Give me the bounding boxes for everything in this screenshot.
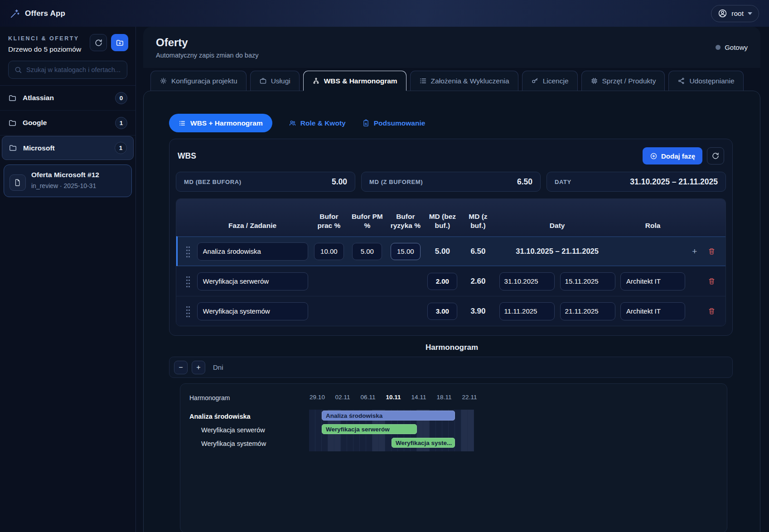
add-phase-button[interactable]: Dodaj fazę bbox=[643, 147, 702, 164]
trash-icon[interactable] bbox=[707, 306, 716, 316]
drag-handle[interactable] bbox=[186, 275, 190, 287]
gantt-tick: 14.11 bbox=[411, 394, 426, 401]
summary-value: 31.10.2025 – 21.11.2025 bbox=[630, 177, 718, 187]
save-status: Gotowy bbox=[716, 44, 748, 51]
table-row-task: 3.90 bbox=[176, 296, 725, 326]
task-md-bez-input[interactable] bbox=[427, 273, 457, 290]
zoom-out-button[interactable]: − bbox=[174, 361, 188, 374]
table-row-phase: 5.00 6.50 31.10.2025 – 21.11.2025 + bbox=[176, 236, 725, 266]
wbs-refresh-button[interactable] bbox=[707, 147, 724, 164]
gantt-bar-weryfikacja-systemow[interactable]: Weryfikacja syste... bbox=[392, 438, 455, 448]
sidebar-item-atlassian[interactable]: Atlassian 0 bbox=[0, 86, 135, 111]
tab-uslugi[interactable]: Usługi bbox=[250, 71, 300, 91]
chevron-down-icon bbox=[748, 12, 752, 15]
task-name-input[interactable] bbox=[197, 272, 308, 290]
folder-plus-icon bbox=[116, 39, 124, 47]
sidebar: KLIENCI & OFERTY Drzewo do 5 poziomów bbox=[0, 27, 136, 532]
task-start-date-input[interactable] bbox=[499, 272, 555, 290]
share-icon bbox=[677, 77, 685, 85]
gantt-bar-weryfikacja-serwerow[interactable]: Weryfikacja serwerów bbox=[322, 424, 417, 434]
sidebar-item-google[interactable]: Google 1 bbox=[0, 111, 135, 135]
bufor-prac-input[interactable] bbox=[314, 243, 344, 260]
task-md-bez-input[interactable] bbox=[427, 303, 457, 320]
phase-md-z: 6.50 bbox=[462, 247, 494, 256]
sidebar-item-microsoft[interactable]: Microsoft 1 bbox=[2, 136, 134, 160]
trash-icon[interactable] bbox=[707, 276, 716, 286]
schedule-title: Harmonogram bbox=[144, 343, 760, 352]
offer-meta: in_review · 2025-10-31 bbox=[31, 181, 99, 190]
task-end-date-input[interactable] bbox=[560, 272, 615, 290]
summary-label: MD (Z BUFOREM) bbox=[369, 179, 423, 185]
clipboard-icon bbox=[362, 119, 370, 127]
gantt-panel: Harmonogram 29.1002.1106.1110.1114.1118.… bbox=[180, 383, 727, 532]
subtab-wbs-harmonogram[interactable]: WBS + Harmonogram bbox=[169, 114, 272, 132]
tab-licencje[interactable]: Licencje bbox=[522, 71, 578, 91]
add-folder-button[interactable] bbox=[111, 34, 128, 51]
col-header-md-z: MD (z buf.) bbox=[462, 212, 494, 230]
tab-wbs-harmonogram[interactable]: WBS & Harmonogram bbox=[303, 71, 406, 91]
tab-label: Udostępnianie bbox=[689, 77, 734, 85]
search-icon bbox=[14, 66, 22, 74]
sidebar-search bbox=[8, 61, 127, 79]
zoom-in-button[interactable]: + bbox=[192, 361, 205, 374]
gantt-tick: 22.11 bbox=[462, 394, 477, 401]
task-role-input[interactable] bbox=[620, 302, 685, 320]
wbs-table: Faza / Zadanie Bufor prac % Bufor PM % B… bbox=[176, 198, 726, 326]
folder-name: Atlassian bbox=[23, 94, 54, 102]
drag-handle[interactable] bbox=[186, 245, 190, 257]
phase-name-input[interactable] bbox=[197, 242, 308, 261]
gantt-tick: 10.11 bbox=[386, 394, 401, 401]
unit-label: Dni bbox=[213, 363, 223, 371]
tab-sprzet-produkty[interactable]: Sprzęt / Produkty bbox=[581, 71, 665, 91]
list-icon bbox=[179, 120, 186, 127]
bufor-ryzyka-input[interactable] bbox=[391, 243, 421, 260]
plus-circle-icon bbox=[650, 152, 658, 160]
subtabs: WBS + Harmonogram Role & Kwoty Podsumowa… bbox=[144, 91, 760, 132]
task-start-date-input[interactable] bbox=[499, 302, 555, 320]
user-menu[interactable]: root bbox=[711, 5, 759, 22]
sidebar-refresh-button[interactable] bbox=[90, 34, 107, 51]
search-input[interactable] bbox=[26, 66, 121, 73]
drag-handle[interactable] bbox=[186, 305, 190, 317]
user-name: root bbox=[731, 10, 744, 18]
tab-zalozenia-wykluczenia[interactable]: Założenia & Wykluczenia bbox=[410, 71, 518, 91]
summary-value: 5.00 bbox=[332, 177, 347, 187]
trash-icon[interactable] bbox=[707, 247, 716, 256]
subtab-podsumowanie[interactable]: Podsumowanie bbox=[362, 119, 426, 127]
tab-content-panel: WBS + Harmonogram Role & Kwoty Podsumowa… bbox=[143, 91, 760, 532]
gantt-tick: 18.11 bbox=[437, 394, 452, 401]
phase-md-bez: 5.00 bbox=[426, 247, 459, 256]
gantt-bar-analiza-srodowiska[interactable]: Analiza środowiska bbox=[322, 411, 455, 421]
col-header-bufor-ryzyka: Bufor ryzyka % bbox=[388, 212, 423, 230]
offer-card[interactable]: Oferta Microsoft #12 in_review · 2025-10… bbox=[4, 164, 132, 197]
page-title: Oferty bbox=[156, 36, 258, 49]
tab-label: Konfiguracja projektu bbox=[171, 77, 237, 85]
summary-card-daty: DATY 31.10.2025 – 21.11.2025 bbox=[547, 172, 726, 192]
task-end-date-input[interactable] bbox=[560, 302, 615, 320]
tab-konfiguracja-projektu[interactable]: Konfiguracja projektu bbox=[150, 71, 247, 91]
status-dot bbox=[716, 45, 721, 50]
gantt-tick: 29.10 bbox=[310, 394, 325, 401]
bufor-pm-input[interactable] bbox=[352, 243, 382, 260]
tab-udostepnianie[interactable]: Udostępnianie bbox=[668, 71, 743, 91]
gantt-tick: 02.11 bbox=[335, 394, 350, 401]
client-tree: Atlassian 0 Google 1 Microsoft 1 Oferta … bbox=[0, 85, 135, 197]
phase-daty: 31.10.2025 – 21.11.2025 bbox=[516, 247, 599, 256]
offer-title: Oferta Microsoft #12 bbox=[31, 171, 99, 179]
add-task-button[interactable]: + bbox=[692, 247, 697, 256]
subtab-label: WBS + Harmonogram bbox=[190, 119, 263, 127]
task-name-input[interactable] bbox=[197, 302, 308, 320]
gantt-tick: 06.11 bbox=[361, 394, 376, 401]
subtab-role-kwoty[interactable]: Role & Kwoty bbox=[289, 119, 346, 127]
wbs-summary-cards: MD (BEZ BUFORA) 5.00 MD (Z BUFOREM) 6.50… bbox=[176, 172, 726, 192]
summary-label: DATY bbox=[555, 179, 571, 185]
col-header-bufor-prac: Bufor prac % bbox=[312, 212, 346, 230]
summary-card-md-bez-bufora: MD (BEZ BUFORA) 5.00 bbox=[176, 172, 355, 192]
add-phase-label: Dodaj fazę bbox=[661, 152, 695, 160]
folder-count-badge: 0 bbox=[115, 92, 127, 104]
chip-icon bbox=[590, 77, 598, 85]
task-role-input[interactable] bbox=[620, 272, 685, 290]
summary-value: 6.50 bbox=[517, 177, 532, 187]
sidebar-header: KLIENCI & OFERTY Drzewo do 5 poziomów bbox=[0, 27, 135, 53]
col-header-md-bez: MD (bez buf.) bbox=[426, 212, 459, 230]
